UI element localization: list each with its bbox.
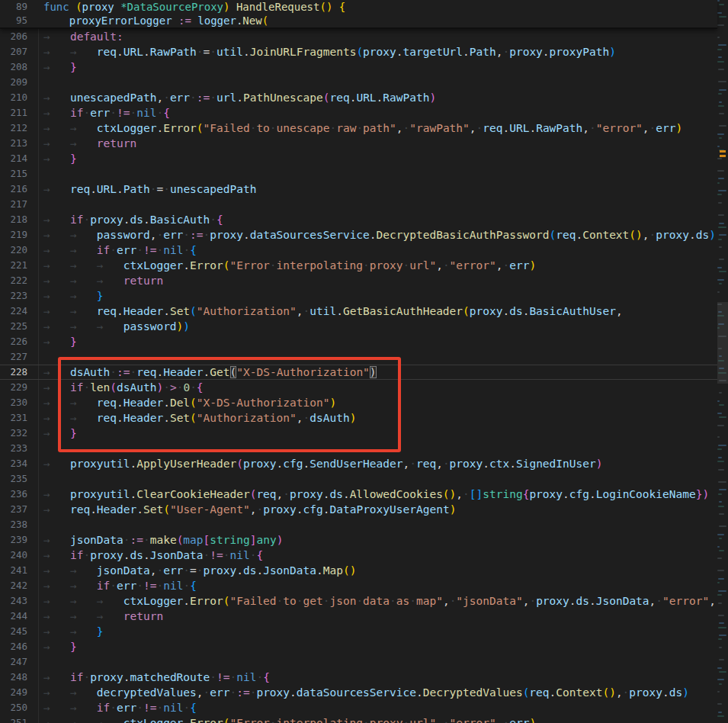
code-line[interactable]: 218→ if·proxy.ds.BasicAuth·{: [0, 212, 717, 227]
code-token: New: [242, 14, 261, 27]
code-token: proxy: [263, 503, 297, 516]
minimap-line-mark: [717, 425, 724, 426]
code-line[interactable]: 243→ → → ctxLogger.Error("Failed·to·get·…: [0, 593, 717, 609]
line-number: 215: [0, 166, 36, 182]
code-line[interactable]: 235: [0, 471, 717, 487]
code-line[interactable]: 248→ if·proxy.matchedRoute·!=·nil·{: [0, 670, 717, 685]
code-line[interactable]: 210→ unescapedPath,·err·:=·url.PathUnesc…: [0, 90, 717, 105]
tab-arrow-icon: →: [43, 183, 70, 195]
code-line[interactable]: 208→ }: [0, 59, 717, 75]
code-token: DataProxyUserAgent: [329, 503, 449, 516]
code-line[interactable]: 206→ default:: [0, 29, 717, 44]
code-token: .: [336, 305, 343, 317]
line-number: 233: [0, 441, 36, 456]
code-line[interactable]: 217: [0, 197, 717, 212]
code-line[interactable]: 241→ → jsonData,·err·=·proxy.ds.JsonData…: [0, 563, 717, 578]
code-line[interactable]: 223→ → }: [0, 288, 717, 304]
code-token: Set: [143, 503, 163, 516]
line-number: 223: [0, 288, 36, 304]
code-token: URL: [123, 46, 143, 58]
code-text: → }: [43, 151, 77, 166]
minimap-slider[interactable]: [717, 302, 728, 384]
code-token: .: [529, 122, 536, 134]
code-line[interactable]: 240→ if·proxy.ds.JsonData·!=·nil·{: [0, 548, 717, 563]
code-token: .: [236, 564, 243, 577]
code-line[interactable]: 222→ → → return: [0, 273, 717, 288]
code-line[interactable]: 249→ → decryptedValues,·err·:=·proxy.dat…: [0, 685, 717, 700]
code-token: RawPath: [536, 122, 582, 134]
code-token: jsonData·: [70, 534, 130, 546]
whitespace-dot: ·: [256, 503, 263, 516]
code-line[interactable]: 214→ }: [0, 151, 717, 166]
code-token: matchedRoute·: [130, 671, 217, 683]
minimap-line-mark: [717, 49, 722, 50]
code-line[interactable]: 238: [0, 517, 717, 532]
code-line[interactable]: 220→ → if·err·!=·nil·{: [0, 243, 717, 258]
tab-arrow-icon: →: [43, 229, 70, 241]
whitespace-dot: ·: [136, 244, 143, 256]
code-line[interactable]: 239→ jsonData·:=·make(map[string]any): [0, 532, 717, 548]
code-line[interactable]: 225→ → → password)): [0, 319, 717, 334]
line-number: 248: [0, 670, 36, 685]
code-text: → if·proxy.matchedRoute·!=·nil·{: [43, 670, 270, 685]
tab-arrow-icon: →: [43, 702, 70, 714]
code-token: URL: [356, 92, 376, 104]
code-token: .: [183, 595, 190, 607]
code-line[interactable]: 219→ → password,·err·:=·proxy.dataSource…: [0, 227, 717, 243]
code-line[interactable]: 251→ → → ctxLogger.Error("Error·interpol…: [0, 715, 717, 723]
whitespace-dot: ·: [110, 580, 117, 592]
code-line[interactable]: 212→ → ctxLogger.Error("Failed·to·unesca…: [0, 120, 717, 136]
code-token: "Authorization": [197, 305, 297, 317]
code-line[interactable]: 224→ → req.Header.Set("Authorization",·u…: [0, 304, 717, 319]
code-token: BasicAuthUser: [529, 305, 616, 317]
code-line[interactable]: 221→ → → ctxLogger.Error("Error·interpol…: [0, 258, 717, 273]
code-line[interactable]: 242→ → if·err·!=·nil·{: [0, 578, 717, 593]
code-token: proxy: [536, 595, 569, 607]
code-token: util: [216, 46, 243, 58]
minimap-line-mark: [718, 627, 726, 628]
code-token: .: [662, 686, 669, 699]
code-line[interactable]: 236→ proxyutil.ClearCookieHeader(req,·pr…: [0, 487, 717, 502]
minimap[interactable]: [717, 0, 728, 723]
code-token: ): [450, 503, 457, 516]
code-token: ,·: [709, 595, 717, 607]
code-line[interactable]: 211→ if·err·!=·nil·{: [0, 105, 717, 120]
code-line[interactable]: 237→ req.Header.Set("User-Agent",·proxy.…: [0, 502, 717, 517]
code-token: ,·: [150, 229, 163, 241]
code-line[interactable]: 89func (proxy *DataSourceProxy) HandleRe…: [0, 0, 717, 14]
code-token: .: [416, 686, 423, 699]
code-line[interactable]: 215: [0, 166, 717, 182]
code-line[interactable]: 207→ → req.URL.RawPath·=·util.JoinURLFra…: [0, 44, 717, 59]
code-token: jsonData: [97, 564, 150, 577]
code-line[interactable]: 209: [0, 75, 717, 90]
code-token: nil·: [163, 580, 190, 592]
minimap-line-mark: [718, 81, 726, 82]
code-token: proxy: [210, 229, 243, 241]
code-line[interactable]: 216→ req.URL.Path·=·unescapedPath: [0, 182, 717, 197]
code-token: ctxLogger: [97, 122, 157, 134]
code-token: ,·: [523, 595, 536, 607]
code-line[interactable]: 245→ → }: [0, 624, 717, 639]
code-line[interactable]: 234→ proxyutil.ApplyUserHeader(proxy.cfg…: [0, 456, 717, 471]
minimap-line-mark: [719, 416, 726, 418]
code-line[interactable]: 244→ → → return: [0, 609, 717, 624]
minimap-line-mark: [718, 493, 722, 495]
code-token: .: [163, 305, 170, 317]
code-token: ,·: [616, 686, 629, 699]
whitespace-dot: ·: [156, 564, 163, 577]
code-token: .: [117, 305, 123, 317]
code-line[interactable]: 226→ }: [0, 334, 717, 349]
code-line[interactable]: 95 proxyErrorLogger := logger.New(: [0, 14, 717, 27]
code-line[interactable]: 250→ → if·err·!=·nil·{: [0, 700, 717, 715]
sticky-scroll-header[interactable]: 89func (proxy *DataSourceProxy) HandleRe…: [0, 0, 717, 29]
minimap-line-mark: [719, 525, 726, 527]
whitespace-dot: ·: [649, 122, 656, 134]
whitespace-dot: ·: [229, 671, 236, 683]
code-line[interactable]: 246→ }: [0, 639, 717, 654]
tab-arrow-icon: →: [70, 137, 97, 149]
code-token: .: [136, 503, 143, 516]
code-line[interactable]: 247: [0, 654, 717, 670]
code-token: .: [502, 305, 509, 317]
code-line[interactable]: 213→ → return: [0, 136, 717, 151]
line-number: 241: [0, 563, 36, 578]
